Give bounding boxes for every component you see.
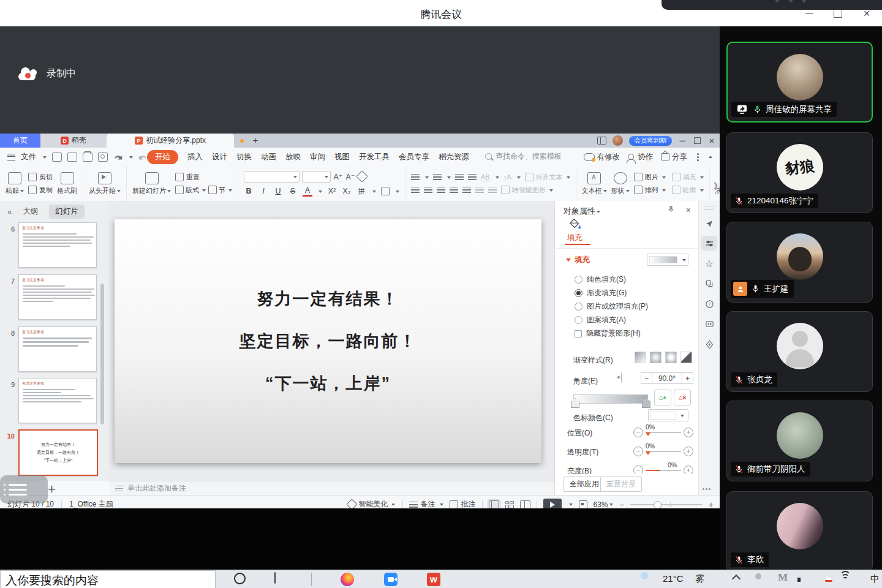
- gradient-stop-start[interactable]: [571, 398, 579, 408]
- more-tools-icon[interactable]: [706, 488, 707, 490]
- wps-app-icon[interactable]: W: [427, 573, 440, 586]
- file-menu[interactable]: 文件: [21, 152, 36, 162]
- clear-format-icon[interactable]: [356, 170, 368, 183]
- section-button[interactable]: 节: [208, 186, 232, 195]
- ime-indicator[interactable]: 中: [870, 573, 880, 586]
- participant-tile[interactable]: 豺狼 212040146张宁宁: [726, 132, 873, 213]
- reading-view-button[interactable]: [520, 500, 530, 509]
- shapes-button[interactable]: 形状: [611, 172, 630, 195]
- bold-button[interactable]: B: [244, 187, 254, 195]
- font-color-button[interactable]: A: [303, 186, 312, 197]
- numbered-list-icon[interactable]: [433, 174, 442, 180]
- wps-restore-icon[interactable]: [693, 136, 701, 146]
- zoom-slider[interactable]: [630, 504, 703, 505]
- close-panel-icon[interactable]: ×: [686, 205, 691, 215]
- collaborate-button[interactable]: 协作: [628, 152, 653, 162]
- increase-indent-icon[interactable]: [468, 174, 477, 180]
- add-stop-button[interactable]: ⌂+: [654, 390, 671, 405]
- superscript-button[interactable]: X²: [327, 187, 337, 195]
- increase-font-icon[interactable]: A⁺: [333, 172, 343, 181]
- italic-button[interactable]: I: [258, 187, 268, 195]
- task-view-icon[interactable]: [274, 572, 276, 584]
- undo-icon[interactable]: [113, 153, 123, 160]
- modified-status[interactable]: 有修改: [584, 152, 620, 162]
- participant-tile[interactable]: 御前带刀阴阳人: [726, 401, 873, 481]
- gradient-style-rect[interactable]: [665, 352, 677, 363]
- ribbon-tab-insert[interactable]: 插入: [187, 152, 203, 162]
- position-slider[interactable]: 0%: [646, 432, 681, 433]
- new-slide-button[interactable]: 新建幻灯片: [132, 172, 171, 195]
- slides-tab[interactable]: 幻灯片: [49, 205, 85, 219]
- zoom-level[interactable]: 63%: [594, 500, 613, 509]
- ribbon-tab-transition[interactable]: 切换: [236, 152, 252, 162]
- fill-option-solid[interactable]: 纯色填充(S): [575, 274, 626, 285]
- participant-tile-sharer[interactable]: 周佳敏的屏幕共享: [726, 42, 873, 123]
- stop-color-select[interactable]: [648, 409, 688, 421]
- line-spacing-button[interactable]: ↕A: [503, 173, 511, 181]
- delete-stop-button[interactable]: ⌂×: [674, 390, 691, 405]
- smart-graphic-button[interactable]: 转智能图形: [501, 186, 553, 195]
- collapse-thumbnails-icon[interactable]: «: [7, 207, 12, 216]
- reset-button[interactable]: 重置: [175, 173, 232, 182]
- collapse-ribbon-icon[interactable]: [709, 154, 712, 158]
- font-family-select[interactable]: [244, 171, 300, 183]
- gmail-tray-icon[interactable]: M: [778, 571, 788, 584]
- floating-list-button[interactable]: [0, 475, 48, 503]
- layout-button[interactable]: 版式: [175, 186, 206, 195]
- ribbon-tab-developer[interactable]: 开发工具: [359, 152, 390, 162]
- cut-button[interactable]: 剪切: [28, 173, 53, 182]
- collapse-panel-chevron-icon[interactable]: ❯: [713, 181, 718, 189]
- fill-option-pattern[interactable]: 图案填充(A): [575, 315, 626, 325]
- decrease-font-icon[interactable]: A⁻: [345, 172, 355, 181]
- gradient-style-radial[interactable]: [650, 352, 662, 363]
- gradient-stop-end[interactable]: [642, 398, 650, 408]
- slide-canvas[interactable]: 努力一定有结果！ 坚定目标，一路向前！ “下一站，上岸”: [109, 201, 554, 481]
- pin-icon[interactable]: [667, 205, 675, 216]
- position-decrease-icon[interactable]: −: [633, 428, 643, 437]
- gradient-style-linear[interactable]: [635, 352, 646, 363]
- more-menu-icon[interactable]: [697, 156, 699, 158]
- gradient-preset-select[interactable]: [647, 254, 688, 266]
- meeting-app-icon[interactable]: [384, 573, 398, 586]
- current-slide[interactable]: 努力一定有结果！ 坚定目标，一路向前！ “下一站，上岸”: [115, 219, 541, 463]
- gradient-style-corner[interactable]: [680, 352, 692, 363]
- slide-thumbnail-9[interactable]: 考试注意事项: [18, 378, 97, 423]
- ribbon-tab-slideshow[interactable]: 放映: [285, 152, 301, 162]
- distribute-icon[interactable]: [462, 187, 471, 193]
- slide-thumbnail-7[interactable]: 复习注意事项: [18, 274, 97, 320]
- transparency-slider[interactable]: 0%: [646, 451, 681, 452]
- apply-all-button[interactable]: 全部应用: [564, 477, 605, 492]
- align-text-button[interactable]: 对齐文本: [525, 173, 570, 182]
- split-view-icon[interactable]: [597, 137, 606, 145]
- brightness-slider[interactable]: 0%: [646, 470, 681, 471]
- membership-badge[interactable]: 会员将到期: [629, 136, 673, 146]
- thumbnails-scrollbar[interactable]: [100, 284, 104, 424]
- align-left-icon[interactable]: [411, 187, 420, 193]
- transparency-decrease-icon[interactable]: −: [633, 447, 643, 456]
- copy-button[interactable]: 复制: [28, 186, 53, 195]
- tab-home[interactable]: 首页: [0, 134, 40, 148]
- highlight-icon[interactable]: [381, 187, 390, 195]
- weather-condition[interactable]: 雾: [695, 573, 704, 585]
- reset-background-button[interactable]: 重置背景: [600, 477, 642, 492]
- align-right-icon[interactable]: [437, 187, 445, 193]
- char-spacing-button[interactable]: AB: [481, 173, 490, 181]
- gradient-stops-bar[interactable]: [573, 394, 648, 404]
- weather-temp[interactable]: 21°C: [663, 573, 684, 584]
- command-search[interactable]: 查找命令、搜索模板: [485, 151, 562, 162]
- column-spacing-icon[interactable]: [488, 187, 497, 193]
- fill-option-picture[interactable]: 图片或纹理填充(P): [575, 301, 648, 312]
- firefox-icon[interactable]: [341, 573, 354, 586]
- row-spacing-icon[interactable]: [475, 187, 484, 193]
- quick-tools-icon[interactable]: [701, 216, 717, 230]
- align-center-icon[interactable]: [424, 187, 432, 193]
- inspiration-icon[interactable]: [701, 337, 717, 352]
- slide-thumbnail-6[interactable]: 复习注意事项: [18, 222, 97, 268]
- effects-icon[interactable]: ☆: [701, 256, 717, 271]
- justify-icon[interactable]: [450, 187, 458, 193]
- tab-document[interactable]: P初试经验分享.pptx: [107, 134, 234, 148]
- new-tab-button[interactable]: +: [250, 135, 261, 146]
- fill-tab[interactable]: 填充: [567, 233, 582, 243]
- angle-knob[interactable]: [621, 372, 622, 383]
- normal-view-button[interactable]: [489, 500, 499, 509]
